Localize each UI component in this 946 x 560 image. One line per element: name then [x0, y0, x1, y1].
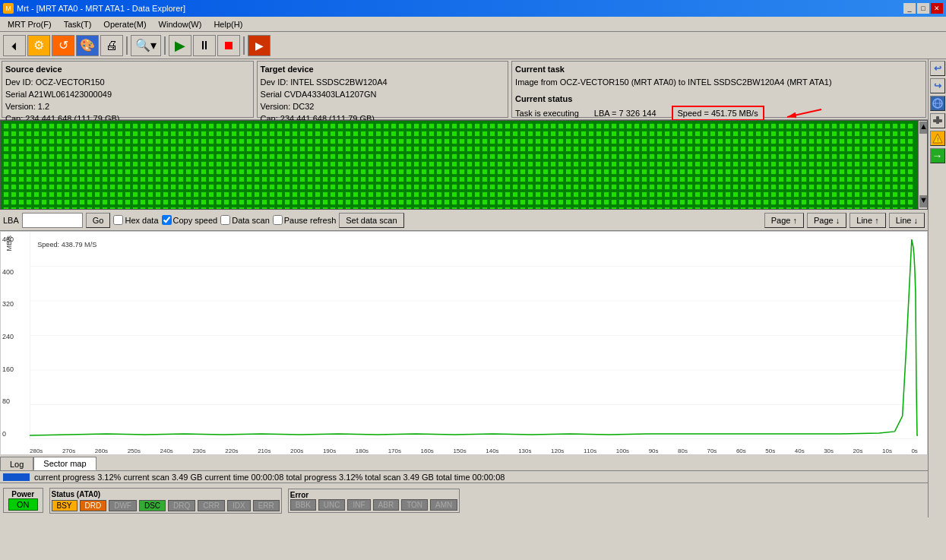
- sector-cell: [740, 199, 746, 205]
- copy-speed-checkbox-group[interactable]: Copy speed: [162, 215, 218, 225]
- sector-cell: [459, 184, 465, 190]
- toolbar-color-btn[interactable]: 🎨: [76, 35, 99, 56]
- sector-cell: [793, 169, 799, 175]
- sidebar-exit-btn[interactable]: →: [930, 148, 945, 163]
- sector-cell: [18, 176, 24, 182]
- scroll-down-arrow[interactable]: ▼: [919, 195, 927, 207]
- sector-cell: [672, 123, 678, 129]
- sector-cell: [56, 123, 62, 129]
- pause-refresh-checkbox[interactable]: [273, 215, 283, 225]
- sector-cell: [824, 191, 830, 198]
- page-up-button[interactable]: Page ↑: [764, 213, 804, 228]
- sector-cell: [337, 146, 343, 152]
- sector-cell: [132, 161, 138, 167]
- sector-cell: [869, 169, 875, 175]
- sector-cell: [421, 161, 427, 167]
- x-80s: 80s: [678, 448, 688, 454]
- sector-cell: [18, 131, 24, 137]
- copy-speed-checkbox[interactable]: [162, 215, 172, 225]
- toolbar-play-btn[interactable]: ▶: [169, 35, 191, 56]
- sector-cell: [816, 138, 822, 144]
- sector-cell: [657, 146, 663, 152]
- line-up-button[interactable]: Line ↑: [850, 213, 885, 228]
- line-down-button[interactable]: Line ↓: [889, 213, 925, 228]
- sector-cell: [672, 184, 678, 190]
- sector-cell: [520, 146, 526, 152]
- menu-window[interactable]: Window(W): [153, 18, 208, 30]
- sector-cell: [740, 169, 746, 175]
- sector-cell: [558, 199, 564, 205]
- sector-cell: [413, 161, 419, 167]
- toolbar-back-btn[interactable]: ⏴: [3, 35, 26, 56]
- toolbar-print-btn[interactable]: 🖨: [100, 35, 123, 56]
- hex-data-checkbox[interactable]: [113, 215, 123, 225]
- toolbar-export-btn[interactable]: ▶: [248, 35, 271, 56]
- toolbar-gear-btn[interactable]: ⚙: [27, 35, 50, 56]
- menu-task[interactable]: Task(T): [58, 18, 98, 30]
- sector-cell: [869, 161, 875, 167]
- sector-cell: [657, 184, 663, 190]
- sidebar-btn-2[interactable]: ↪: [930, 78, 945, 93]
- sector-cell: [679, 169, 685, 175]
- sector-cell: [717, 138, 723, 144]
- go-button[interactable]: Go: [86, 213, 111, 228]
- sidebar-tool-btn[interactable]: [930, 113, 945, 128]
- sector-cell: [436, 161, 442, 167]
- sector-cell: [11, 146, 17, 152]
- data-scan-checkbox-group[interactable]: Data scan: [220, 215, 270, 225]
- lba-input[interactable]: [22, 213, 83, 228]
- sector-cell: [786, 123, 792, 129]
- sector-cell: [755, 199, 761, 205]
- sector-cell: [732, 169, 739, 175]
- sector-cell: [558, 153, 564, 160]
- tab-log[interactable]: Log: [0, 457, 33, 470]
- sector-cell: [565, 184, 571, 190]
- sector-cell: [505, 153, 511, 160]
- sector-cell: [793, 191, 799, 198]
- sidebar-btn-1[interactable]: ↩: [930, 61, 945, 76]
- sector-cell: [467, 123, 473, 129]
- sector-cell: [216, 153, 222, 160]
- sector-cell: [201, 146, 207, 152]
- sector-cell: [482, 161, 488, 167]
- close-button[interactable]: ✕: [931, 3, 943, 14]
- sector-cell: [163, 123, 169, 129]
- sector-cell: [33, 184, 40, 190]
- x-150s: 150s: [453, 448, 466, 454]
- sector-cell: [763, 207, 769, 210]
- toolbar-dropdown-btn[interactable]: 🔍▾: [131, 35, 161, 56]
- sector-cell: [132, 123, 138, 129]
- maximize-button[interactable]: □: [917, 3, 929, 14]
- sector-cell: [292, 138, 298, 144]
- sector-cell: [322, 191, 328, 198]
- toolbar-stop-btn[interactable]: ⏹: [217, 35, 240, 56]
- minimize-button[interactable]: _: [903, 3, 916, 14]
- tab-sector-map[interactable]: Sector map: [33, 457, 96, 470]
- sector-cell: [786, 138, 792, 144]
- hex-data-checkbox-group[interactable]: Hex data: [113, 215, 158, 225]
- toolbar-refresh-btn[interactable]: ↺: [52, 35, 74, 56]
- x-axis: 280s 270s 260s 250s 240s 230s 220s 210s …: [30, 441, 918, 454]
- toolbar-pause-btn[interactable]: ⏸: [193, 35, 216, 56]
- data-scan-checkbox[interactable]: [220, 215, 230, 225]
- menu-mrt-pro[interactable]: MRT Pro(F): [2, 18, 58, 30]
- sector-cell: [109, 199, 115, 205]
- sidebar-globe-btn[interactable]: [930, 96, 945, 111]
- scroll-up-arrow[interactable]: ▲: [919, 122, 927, 134]
- power-on-button[interactable]: ON: [8, 498, 38, 511]
- sector-cell: [702, 131, 708, 137]
- sector-cell: [429, 176, 435, 182]
- sidebar-warning-btn[interactable]: !: [930, 131, 945, 146]
- sector-cell: [353, 146, 359, 152]
- set-data-scan-button[interactable]: Set data scan: [339, 213, 403, 228]
- menu-help[interactable]: Help(H): [207, 18, 248, 30]
- sector-scrollbar[interactable]: ▲ ▼: [918, 121, 927, 209]
- x-220s: 220s: [225, 448, 238, 454]
- sector-cell: [603, 146, 609, 152]
- sector-cell: [717, 191, 723, 198]
- menu-operate[interactable]: Operate(M): [97, 18, 152, 30]
- sector-cell: [178, 146, 184, 152]
- sector-cell: [170, 191, 176, 198]
- pause-refresh-checkbox-group[interactable]: Pause refresh: [273, 215, 336, 225]
- page-down-button[interactable]: Page ↓: [807, 213, 846, 228]
